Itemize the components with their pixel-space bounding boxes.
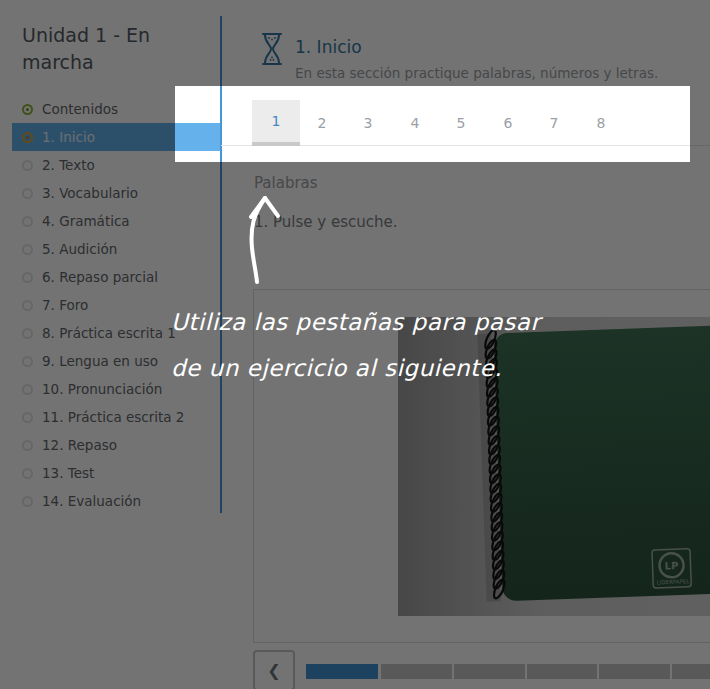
- status-todo-icon: [22, 188, 33, 199]
- sidebar-item-label: 9. Lengua en uso: [42, 353, 158, 369]
- sidebar-item-label: 8. Práctica escrita 1: [42, 325, 176, 341]
- status-done-icon: [22, 104, 33, 115]
- sidebar-item-label: 7. Foro: [42, 297, 88, 313]
- sidebar-item-repaso[interactable]: 12. Repaso: [12, 431, 221, 459]
- sidebar-item-label: 10. Pronunciación: [42, 381, 162, 397]
- status-todo-icon: [22, 412, 33, 423]
- hourglass-icon: [258, 31, 286, 67]
- unit-title: Unidad 1 - En marcha: [22, 22, 200, 76]
- tutorial-arrow-icon: [240, 190, 300, 290]
- status-todo-icon: [22, 384, 33, 395]
- status-current-icon: [22, 132, 33, 143]
- section-subtitle: En esta sección practique palabras, núme…: [295, 65, 658, 81]
- progress-segment-6[interactable]: [672, 664, 710, 679]
- status-todo-icon: [22, 300, 33, 311]
- notebook: LP LIDERPAPEL: [477, 320, 710, 601]
- sidebar-item-vocabulario[interactable]: 3. Vocabulario: [12, 179, 221, 207]
- logo-monogram: LP: [665, 560, 679, 571]
- tutorial-message-line1: Utiliza las pestañas para pasar: [171, 309, 540, 335]
- sidebar-item-evaluacion[interactable]: 14. Evaluación: [12, 487, 221, 515]
- section-title: 1. Inicio: [295, 37, 362, 57]
- progress-segment-5[interactable]: [599, 664, 670, 679]
- sidebar-item-label: 14. Evaluación: [42, 493, 141, 509]
- sidebar-item-label: 2. Texto: [42, 157, 95, 173]
- progress-segment-4[interactable]: [527, 664, 597, 679]
- status-todo-icon: [22, 440, 33, 451]
- sidebar-item-label: 3. Vocabulario: [42, 185, 138, 201]
- sidebar-item-label: Contenidos: [42, 101, 118, 117]
- sidebar-item-gramatica[interactable]: 4. Gramática: [12, 207, 221, 235]
- chevron-left-icon: ❮: [267, 661, 280, 680]
- sidebar-item-label: 4. Gramática: [42, 213, 130, 229]
- status-todo-icon: [22, 328, 33, 339]
- logo-text: LIDERPAPEL: [657, 578, 691, 585]
- sidebar-item-label: 1. Inicio: [42, 129, 95, 145]
- sidebar-item-label: 12. Repaso: [42, 437, 117, 453]
- sidebar-item-repaso-parcial[interactable]: 6. Repaso parcial: [12, 263, 221, 291]
- course-page: Unidad 1 - En marcha Contenidos 1. Inici…: [0, 0, 710, 689]
- sidebar-item-label: 5. Audición: [42, 241, 117, 257]
- tutorial-spotlight: [175, 86, 690, 162]
- progress-segment-3[interactable]: [454, 664, 525, 679]
- status-todo-icon: [22, 216, 33, 227]
- progress-segment-2[interactable]: [381, 664, 452, 679]
- sidebar-item-test[interactable]: 13. Test: [12, 459, 221, 487]
- status-todo-icon: [22, 160, 33, 171]
- status-todo-icon: [22, 244, 33, 255]
- tutorial-message-line2: de un ejercicio al siguiente.: [171, 355, 502, 381]
- status-todo-icon: [22, 496, 33, 507]
- sidebar-item-label: 6. Repaso parcial: [42, 269, 158, 285]
- sidebar-item-label: 11. Práctica escrita 2: [42, 409, 184, 425]
- sidebar-item-practica-2[interactable]: 11. Práctica escrita 2: [12, 403, 221, 431]
- sidebar-item-audicion[interactable]: 5. Audición: [12, 235, 221, 263]
- sidebar-item-label: 13. Test: [42, 465, 94, 481]
- status-todo-icon: [22, 272, 33, 283]
- progress-segment-1[interactable]: [306, 664, 378, 679]
- status-todo-icon: [22, 468, 33, 479]
- previous-button[interactable]: ❮: [253, 650, 295, 689]
- status-todo-icon: [22, 356, 33, 367]
